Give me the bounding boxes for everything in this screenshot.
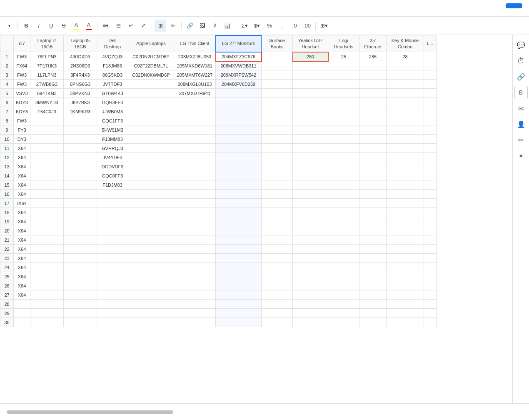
grid-cell[interactable] bbox=[262, 80, 293, 89]
grid-cell[interactable] bbox=[262, 226, 293, 235]
grid-cell[interactable] bbox=[328, 153, 359, 162]
grid-cell[interactable] bbox=[359, 153, 387, 162]
grid-cell[interactable] bbox=[216, 171, 262, 180]
grid-cell[interactable] bbox=[387, 281, 424, 290]
grid-cell-extra[interactable] bbox=[424, 263, 437, 272]
grid-cell[interactable]: GVHRQJ3 bbox=[97, 144, 128, 153]
grid-cell[interactable] bbox=[328, 162, 359, 171]
grid-cell-extra[interactable] bbox=[424, 162, 437, 171]
grid-cell[interactable] bbox=[174, 135, 216, 144]
grid-cell[interactable] bbox=[64, 153, 97, 162]
grid-cell[interactable] bbox=[387, 263, 424, 272]
grid-cell[interactable] bbox=[64, 318, 97, 327]
grid-cell[interactable]: 208MXGL8U103 bbox=[174, 80, 216, 89]
grid-cell[interactable] bbox=[128, 144, 174, 153]
grid-cell-extra[interactable] bbox=[424, 199, 437, 208]
grid-cell[interactable] bbox=[174, 153, 216, 162]
grid-cell[interactable] bbox=[262, 290, 293, 300]
grid-cell[interactable] bbox=[387, 235, 424, 245]
sidebar-comment-icon[interactable]: 💬 bbox=[514, 38, 528, 52]
grid-cell[interactable]: GQC0FF3 bbox=[97, 171, 128, 180]
grid-cell[interactable] bbox=[216, 254, 262, 263]
grid-cell[interactable]: J6B7BK3 bbox=[64, 98, 97, 107]
grid-cell[interactable] bbox=[387, 61, 424, 70]
grid-cell-extra[interactable] bbox=[424, 226, 437, 235]
grid-cell[interactable] bbox=[128, 98, 174, 107]
grid-cell[interactable] bbox=[128, 107, 174, 116]
grid-cell[interactable] bbox=[293, 281, 328, 290]
grid-cell[interactable] bbox=[293, 98, 328, 107]
grid-cell[interactable] bbox=[216, 300, 262, 309]
grid-cell[interactable] bbox=[174, 171, 216, 180]
grid-cell[interactable] bbox=[174, 254, 216, 263]
grid-cell[interactable] bbox=[387, 226, 424, 235]
grid-cell-extra[interactable] bbox=[424, 52, 437, 61]
grid-cell[interactable] bbox=[328, 144, 359, 153]
grid-cell[interactable] bbox=[262, 318, 293, 327]
grid-cell[interactable] bbox=[293, 61, 328, 70]
grid-cell[interactable] bbox=[64, 235, 97, 245]
grid-cell[interactable] bbox=[328, 171, 359, 180]
grid-cell[interactable] bbox=[387, 171, 424, 180]
grid-cell[interactable] bbox=[64, 199, 97, 208]
grid-cell-extra[interactable] bbox=[424, 300, 437, 309]
grid-cell[interactable] bbox=[387, 199, 424, 208]
comma-button[interactable]: , bbox=[276, 20, 288, 32]
grid-cell[interactable]: 25 bbox=[328, 52, 359, 61]
grid-cell[interactable] bbox=[359, 61, 387, 70]
horizontal-scrollbar[interactable] bbox=[7, 410, 173, 414]
grid-cell[interactable] bbox=[64, 309, 97, 318]
grid-cell[interactable] bbox=[328, 116, 359, 125]
grid-cell[interactable]: X64 bbox=[14, 153, 30, 162]
grid-cell[interactable] bbox=[359, 190, 387, 199]
col-header-logi[interactable]: LogiHeadsets bbox=[328, 35, 359, 52]
grid-cell[interactable] bbox=[293, 300, 328, 309]
grid-cell[interactable] bbox=[293, 245, 328, 254]
grid-cell[interactable] bbox=[359, 180, 387, 190]
grid-cell[interactable] bbox=[97, 281, 128, 290]
sidebar-email-icon[interactable]: ✉ bbox=[514, 102, 528, 115]
grid-cell-extra[interactable] bbox=[424, 318, 437, 327]
grid-cell[interactable] bbox=[128, 116, 174, 125]
grid-cell[interactable] bbox=[328, 107, 359, 116]
grid-cell[interactable]: GT0W4K3 bbox=[97, 89, 128, 98]
grid-cell[interactable] bbox=[359, 98, 387, 107]
grid-cell[interactable] bbox=[359, 162, 387, 171]
grid-cell[interactable]: C02F22DBML7L bbox=[128, 61, 174, 70]
grid-cell[interactable] bbox=[64, 208, 97, 217]
grid-cell[interactable] bbox=[293, 235, 328, 245]
grid-cell[interactable] bbox=[359, 144, 387, 153]
grid-area[interactable]: i17 Laptop I716GB Laptop I516GB DellDesk… bbox=[0, 35, 512, 403]
grid-cell[interactable] bbox=[293, 290, 328, 300]
grid-cell[interactable]: C02DN0KWMD6P bbox=[128, 70, 174, 80]
grid-cell[interactable] bbox=[97, 272, 128, 281]
grid-cell[interactable] bbox=[262, 98, 293, 107]
grid-cell[interactable] bbox=[387, 116, 424, 125]
grid-cell-extra[interactable] bbox=[424, 180, 437, 190]
grid-cell[interactable]: X64 bbox=[14, 235, 30, 245]
grid-cell[interactable] bbox=[97, 217, 128, 226]
grid-cell[interactable] bbox=[328, 190, 359, 199]
grid-cell[interactable] bbox=[262, 144, 293, 153]
grid-cell[interactable] bbox=[216, 162, 262, 171]
grid-cell[interactable] bbox=[328, 281, 359, 290]
grid-cell[interactable]: 5HW91M3 bbox=[97, 125, 128, 135]
grid-cell[interactable]: FX64 bbox=[14, 61, 30, 70]
grid-cell[interactable] bbox=[30, 190, 64, 199]
grid-cell[interactable] bbox=[30, 235, 64, 245]
sidebar-link-icon[interactable]: 🔗 bbox=[514, 70, 528, 83]
grid-cell[interactable]: X64 bbox=[14, 281, 30, 290]
grid-cell[interactable]: 3F4R4X3 bbox=[64, 70, 97, 80]
grid-cell[interactable]: 430GXD3 bbox=[64, 52, 97, 61]
grid-cell[interactable] bbox=[97, 309, 128, 318]
grid-cell[interactable] bbox=[128, 290, 174, 300]
grid-cell[interactable] bbox=[174, 272, 216, 281]
grid-cell[interactable] bbox=[328, 300, 359, 309]
grid-cell[interactable] bbox=[30, 144, 64, 153]
grid-cell-extra[interactable] bbox=[424, 80, 437, 89]
grid-cell[interactable]: 6PNS6G3 bbox=[64, 80, 97, 89]
grid-cell[interactable] bbox=[262, 61, 293, 70]
grid-cell[interactable] bbox=[174, 144, 216, 153]
grid-cell-extra[interactable] bbox=[424, 70, 437, 80]
grid-cell[interactable] bbox=[262, 254, 293, 263]
